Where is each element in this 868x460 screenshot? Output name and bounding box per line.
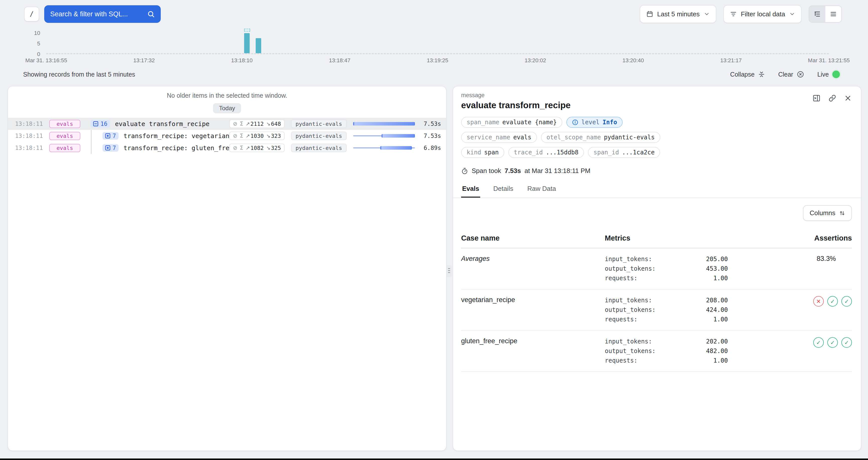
x-tick-label: 13:18:47	[329, 57, 351, 64]
tree-view-toggle[interactable]	[809, 6, 825, 22]
scope-chip[interactable]: pydantic-evals	[291, 120, 347, 128]
metric-line: input_tokens:208.00	[605, 296, 799, 305]
trace-row[interactable]: 13:18:11 evals 7 transform_recipe: glute…	[8, 142, 446, 154]
columns-button[interactable]: Columns	[803, 205, 852, 221]
attribute-value: pydantic-evals	[604, 134, 654, 141]
eval-table-row[interactable]: Averages input_tokens:205.00output_token…	[461, 248, 852, 290]
attribute-pill[interactable]: trace_id ...15ddb8	[508, 147, 584, 158]
trace-row[interactable]: 13:18:11 evals 7 transform_recipe: veget…	[8, 130, 446, 142]
assertion-pass-icon[interactable]: ✓	[841, 296, 852, 306]
view-toggle-group	[809, 5, 842, 23]
span-took-duration: 7.53s	[504, 167, 521, 175]
time-range-select[interactable]: Last 5 minutes	[640, 5, 716, 23]
span-duration-line: Span took 7.53s at Mar 31 13:18:11 PM	[461, 167, 852, 175]
scope-chip[interactable]: pydantic-evals	[291, 144, 347, 152]
tokens-in-arrow-icon: ↗	[246, 133, 250, 139]
metric-label: requests:	[605, 356, 683, 365]
span-count: 7	[113, 144, 116, 151]
clear-label: Clear	[778, 71, 793, 78]
assertion-pass-icon[interactable]: ✓	[827, 296, 838, 306]
records-histogram: 1050 Mar 31. 13:16:5513:17:3213:18:1013:…	[0, 28, 868, 66]
clear-button[interactable]: Clear	[778, 71, 804, 78]
eval-table-body: Averages input_tokens:205.00output_token…	[461, 248, 852, 372]
tab-evals[interactable]: Evals	[461, 182, 480, 198]
row-timestamp: 13:18:11	[15, 121, 44, 127]
showing-records-text: Showing records from the last 5 minutes	[23, 71, 135, 78]
y-tick-label: 5	[37, 40, 40, 47]
case-name: Averages	[461, 254, 605, 283]
assertion-pass-icon[interactable]: ✓	[841, 337, 852, 348]
metrics-chip[interactable]: ⊘ Σ ↗1030 ↘323	[229, 132, 284, 140]
span-count-badge[interactable]: 16	[90, 120, 110, 128]
histogram-bar[interactable]	[256, 38, 261, 53]
trace-row[interactable]: 13:18:11 evals 16 evaluate transform_rec…	[8, 118, 446, 130]
attribute-key: level	[582, 119, 599, 126]
close-panel-button[interactable]	[844, 94, 852, 102]
attribute-pill[interactable]: level Info	[566, 117, 623, 128]
attribute-pill[interactable]: service_name evals	[461, 132, 537, 143]
filter-label: Filter local data	[741, 10, 785, 18]
attribute-key: span_name	[467, 119, 499, 126]
span-message: evaluate transform_recipe	[115, 120, 210, 128]
service-badge: evals	[49, 132, 81, 140]
case-metrics: input_tokens:205.00output_tokens:453.00r…	[605, 254, 799, 283]
tree-indent	[81, 142, 102, 154]
collapse-button[interactable]: Collapse	[730, 71, 765, 78]
service-badge: evals	[49, 120, 81, 128]
tab-raw-data[interactable]: Raw Data	[526, 182, 557, 198]
copy-link-button[interactable]	[828, 94, 836, 102]
x-tick-label: Mar 31. 13:21:55	[808, 57, 850, 64]
metric-value: 424.00	[683, 305, 728, 315]
case-metrics: input_tokens:202.00output_tokens:482.00r…	[605, 337, 799, 365]
assertions-score: 83.3%	[816, 255, 836, 263]
x-tick-label: 13:20:40	[622, 57, 644, 64]
status-actions: Collapse Clear Live	[730, 71, 840, 78]
attribute-groups: span_name evaluate {name} level Info ser…	[461, 117, 852, 162]
span-count: 16	[100, 121, 107, 127]
duration-bar-segment	[353, 122, 415, 126]
metric-value: 453.00	[683, 264, 728, 273]
span-count-badge[interactable]: 7	[102, 144, 119, 152]
attribute-pill[interactable]: span_name evaluate {name}	[461, 117, 562, 128]
case-assertions: 83.3%	[799, 254, 852, 283]
case-name: gluten_free_recipe	[461, 337, 605, 365]
attribute-value: ...15ddb8	[546, 149, 579, 156]
metrics-chip[interactable]: ⊘ Σ ↗2112 ↘648	[229, 120, 284, 128]
eval-table-row[interactable]: vegetarian_recipe input_tokens:208.00out…	[461, 290, 852, 331]
dock-panel-button[interactable]	[812, 94, 821, 102]
leaf-node-icon	[105, 133, 111, 139]
sigma-icon: Σ	[240, 145, 243, 151]
span-count-badge[interactable]: 7	[102, 132, 119, 140]
histogram-bar[interactable]	[244, 33, 250, 53]
row-timestamp: 13:18:11	[15, 133, 44, 139]
tokens-in-arrow-icon: ↗	[246, 145, 250, 151]
filter-local-data-select[interactable]: Filter local data	[723, 5, 802, 23]
search-input[interactable]: Search & filter with SQL...	[44, 5, 161, 23]
row-chips: ⊘ Σ ↗2112 ↘648 pydantic-evals	[229, 120, 347, 128]
x-axis-labels: Mar 31. 13:16:5513:17:3213:18:1013:18:47…	[46, 57, 829, 65]
list-view-toggle[interactable]	[825, 6, 841, 22]
keyboard-shortcut-button[interactable]: /	[24, 6, 39, 22]
live-button[interactable]: Live	[817, 71, 840, 78]
scope-chip[interactable]: pydantic-evals	[291, 132, 347, 140]
attribute-pill[interactable]: otel_scope_name pydantic-evals	[541, 132, 660, 143]
tab-details[interactable]: Details	[492, 182, 514, 198]
eval-table-row[interactable]: gluten_free_recipe input_tokens:202.00ou…	[461, 331, 852, 372]
assertion-pass-icon[interactable]: ✓	[827, 337, 838, 348]
chart-plot[interactable]	[46, 33, 829, 54]
topbar-right: Last 5 minutes Filter local data	[640, 5, 842, 23]
assertion-pass-icon[interactable]: ✓	[813, 337, 824, 348]
duration-text: 6.89s	[415, 144, 441, 151]
y-axis-labels: 1050	[0, 33, 42, 54]
attribute-pill[interactable]: kind span	[461, 147, 504, 158]
search-icon	[147, 10, 155, 18]
metric-line: input_tokens:202.00	[605, 337, 799, 346]
x-tick-label: 13:19:25	[427, 57, 448, 64]
panel-resize-handle[interactable]	[446, 265, 452, 277]
assertion-fail-icon[interactable]: ✕	[813, 296, 824, 306]
metrics-chip[interactable]: ⊘ Σ ↗1082 ↘325	[229, 144, 284, 152]
attribute-value: evaluate {name}	[502, 119, 557, 126]
attribute-pill[interactable]: span_id ...1ca2ce	[588, 147, 660, 158]
top-bar: / Search & filter with SQL... Last 5 min…	[0, 0, 868, 28]
metric-value: 482.00	[683, 346, 728, 356]
